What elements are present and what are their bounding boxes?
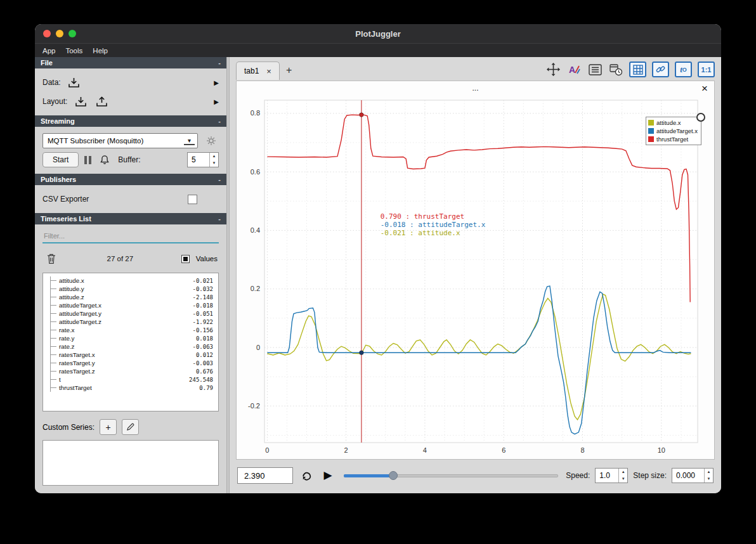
buffer-spinbox[interactable]: 5 ▲▼ — [187, 152, 219, 167]
spin-down-icon[interactable]: ▼ — [619, 476, 627, 482]
streaming-settings-gear-icon[interactable] — [204, 133, 219, 148]
spin-up-icon[interactable]: ▲ — [210, 153, 218, 160]
timeseries-value: -0.051 — [192, 311, 214, 317]
main-area: tab1 × + A — [230, 57, 721, 493]
timeseries-name: rate.z — [59, 343, 75, 350]
timeseries-count: 27 of 27 — [63, 255, 178, 262]
timeseries-value: -0.003 — [192, 360, 214, 366]
slider-handle[interactable] — [389, 471, 398, 480]
legend-swatch — [648, 128, 654, 134]
timeseries-item-attitude.x[interactable]: attitude.x-0.021 — [51, 276, 214, 285]
minimize-window-button[interactable] — [56, 30, 63, 37]
section-header-timeseries[interactable]: Timeseries List - — [35, 213, 226, 224]
spin-down-icon[interactable]: ▼ — [210, 160, 218, 167]
tab-close-icon[interactable]: × — [266, 67, 271, 76]
menu-item-help[interactable]: Help — [88, 46, 113, 56]
ratio-1-1-icon[interactable]: 1:1 — [698, 62, 715, 77]
timeseries-item-rate.y[interactable]: rate.y0.018 — [51, 334, 214, 342]
speed-spinbox[interactable]: 1.0 ▲▼ — [595, 468, 628, 483]
notifications-bell-icon[interactable] — [97, 152, 112, 167]
timeseries-item-attitudeTarget.z[interactable]: attitudeTarget.z-1.922 — [51, 318, 214, 326]
text-style-icon[interactable]: A — [566, 62, 582, 77]
loop-icon[interactable] — [298, 467, 315, 484]
timeseries-item-ratesTarget.x[interactable]: ratesTarget.x0.012 — [51, 351, 214, 359]
load-layout-icon[interactable] — [73, 94, 88, 109]
csv-exporter-checkbox[interactable] — [188, 195, 197, 204]
tab-tab1[interactable]: tab1 × — [236, 62, 280, 80]
filter-input[interactable] — [42, 230, 219, 243]
menu-item-tools[interactable]: Tools — [60, 46, 88, 56]
legend-item-attitudeTarget.x[interactable]: attitudeTarget.x — [648, 127, 698, 135]
timeseries-item-attitude.y[interactable]: attitude.y-0.032 — [51, 285, 214, 293]
edit-custom-series-button[interactable] — [122, 419, 139, 435]
section-header-streaming[interactable]: Streaming - — [35, 115, 226, 127]
svg-text:2: 2 — [344, 446, 348, 454]
timeseries-item-attitudeTarget.y[interactable]: attitudeTarget.y-0.051 — [51, 309, 214, 318]
dropdown-chevron-icon: ▾ — [184, 137, 195, 145]
svg-text:-0.2: -0.2 — [248, 402, 260, 410]
time-display[interactable]: 2.390 — [237, 467, 293, 484]
timeseries-item-thrustTarget[interactable]: thrustTarget0.79 — [51, 384, 214, 392]
legend-list-icon[interactable] — [587, 62, 603, 77]
custom-series-row: Custom Series: + — [35, 413, 226, 439]
spin-up-icon[interactable]: ▲ — [705, 469, 713, 476]
streaming-section-body: MQTT Subscriber (Mosquitto) ▾ Start Buff… — [35, 127, 226, 174]
save-layout-icon[interactable] — [94, 94, 109, 109]
svg-text:-0.018 : attitudeTarget.x: -0.018 : attitudeTarget.x — [381, 221, 486, 229]
timeseries-item-t[interactable]: t245.548 — [51, 375, 214, 384]
svg-text:8: 8 — [580, 446, 584, 454]
streaming-source-row: MQTT Subscriber (Mosquitto) ▾ — [42, 131, 219, 150]
svg-text:0: 0 — [265, 446, 269, 454]
custom-series-list-box[interactable] — [42, 440, 219, 486]
legend-item-attitude.x[interactable]: attitude.x — [648, 119, 698, 127]
close-window-button[interactable] — [43, 30, 51, 37]
menu-item-app[interactable]: App — [37, 46, 60, 56]
timeseries-name: ratesTarget.x — [59, 351, 95, 358]
section-header-publishers[interactable]: Publishers - — [35, 174, 226, 185]
timeseries-item-attitude.z[interactable]: attitude.z-2.148 — [51, 293, 214, 301]
collapse-icon[interactable]: - — [218, 215, 221, 223]
time-slider[interactable] — [344, 469, 558, 482]
load-data-icon[interactable] — [67, 75, 82, 90]
move-pan-icon[interactable] — [545, 62, 561, 77]
spin-up-icon[interactable]: ▲ — [619, 469, 627, 476]
spin-down-icon[interactable]: ▼ — [705, 476, 713, 482]
chart-svg[interactable]: 0246810-0.200.20.40.60.8 0.790 : thrustT… — [237, 96, 714, 459]
legend-toggle-button[interactable] — [696, 113, 705, 122]
start-button[interactable]: Start — [42, 152, 79, 167]
legend-label: attitude.x — [656, 119, 681, 126]
svg-text:10: 10 — [658, 446, 665, 454]
plot-close-icon[interactable]: × — [701, 82, 708, 95]
legend-item-thrustTarget[interactable]: thrustTarget — [648, 135, 698, 143]
timeseries-item-rate.x[interactable]: rate.x-0.156 — [51, 326, 214, 334]
link-tracker-icon[interactable] — [652, 62, 669, 77]
data-expand-icon[interactable]: ▶ — [214, 79, 219, 86]
streaming-source-select[interactable]: MQTT Subscriber (Mosquitto) ▾ — [42, 133, 198, 148]
t0-trim-icon[interactable]: tO — [675, 62, 692, 77]
collapse-icon[interactable]: - — [218, 59, 221, 67]
timeseries-item-ratesTarget.y[interactable]: ratesTarget.y-0.003 — [51, 359, 214, 367]
plot-title: ... — [237, 84, 714, 93]
timeseries-list-box[interactable]: attitude.x-0.021attitude.y-0.032attitude… — [42, 273, 219, 411]
timeseries-item-ratesTarget.z[interactable]: ratesTarget.z0.676 — [51, 367, 214, 375]
add-tab-button[interactable]: + — [280, 63, 298, 80]
timeseries-name: thrustTarget — [59, 384, 92, 391]
timeseries-item-rate.z[interactable]: rate.z-0.063 — [51, 342, 214, 351]
add-custom-series-button[interactable]: + — [100, 419, 117, 435]
titlebar[interactable]: PlotJuggler — [35, 24, 721, 43]
step-size-spinbox[interactable]: 0.000 ▲▼ — [672, 468, 714, 483]
step-size-value: 0.000 — [672, 469, 704, 482]
grid-layout-icon[interactable] — [629, 62, 646, 77]
delete-trash-icon[interactable] — [44, 251, 59, 266]
zoom-window-button[interactable] — [68, 30, 76, 37]
collapse-icon[interactable]: - — [218, 117, 221, 125]
collapse-icon[interactable]: - — [218, 176, 221, 183]
layout-expand-icon[interactable]: ▶ — [214, 98, 219, 105]
pause-icon[interactable] — [84, 156, 91, 164]
values-checkbox[interactable] — [181, 255, 190, 263]
section-header-file[interactable]: File - — [35, 57, 226, 68]
svg-text:0.8: 0.8 — [251, 109, 260, 117]
timeseries-item-attitudeTarget.x[interactable]: attitudeTarget.x-0.018 — [51, 301, 214, 309]
datetime-clock-icon[interactable] — [608, 62, 623, 77]
play-button[interactable]: ▶ — [320, 467, 336, 484]
